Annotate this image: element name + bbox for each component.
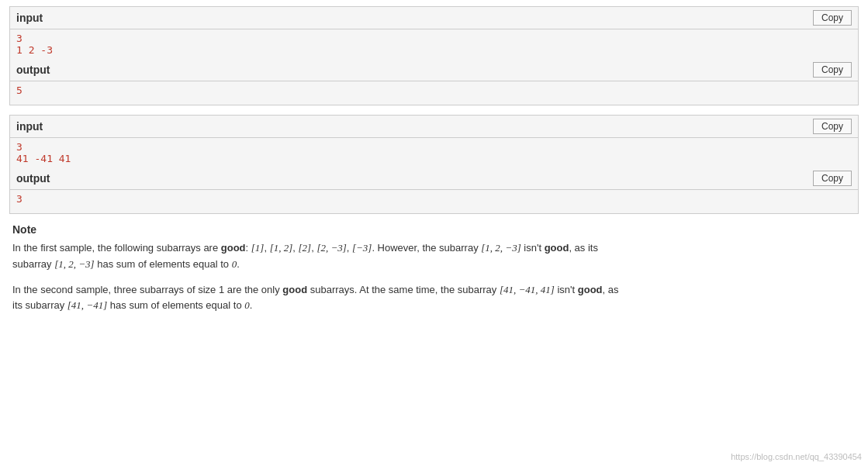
note-title: Note — [12, 223, 856, 236]
note-para1-sep4: , — [347, 242, 352, 254]
copy-input-2-button[interactable]: Copy — [813, 119, 852, 134]
output-value-1: 5 — [16, 85, 852, 96]
output-body-1: 5 — [10, 81, 858, 105]
input-value-line1-2: 3 — [16, 141, 852, 153]
note-para2-text1: In the second sample, three subarrays of… — [12, 284, 282, 295]
note-para1-text4: isn't — [521, 242, 545, 254]
output-header-2: output Copy — [10, 167, 858, 190]
output-header-1: output Copy — [10, 59, 858, 81]
note-para1-math5: [−3] — [352, 242, 372, 254]
note-para1-text1: In the first sample, the following subar… — [12, 242, 221, 254]
note-para1-text6: has sum of elements equal to — [95, 258, 232, 270]
note-paragraph-1: In the first sample, the following subar… — [12, 240, 856, 273]
output-value-2: 3 — [16, 193, 852, 205]
copy-output-2-button[interactable]: Copy — [813, 171, 852, 186]
input-value-line2-2: 41 -41 41 — [16, 153, 852, 164]
copy-output-1-button[interactable]: Copy — [813, 62, 852, 78]
input-header-2: input Copy — [10, 116, 858, 138]
copy-input-1-button[interactable]: Copy — [813, 10, 852, 26]
note-section: Note In the first sample, the following … — [9, 223, 859, 314]
note-para2-text5: has sum of elements equal to — [107, 299, 244, 311]
note-para1-math6: [1, 2, −3] — [481, 242, 520, 254]
watermark: https://blog.csdn.net/qq_43390454 — [731, 452, 862, 461]
output-label-1: output — [16, 64, 50, 76]
note-para1-math3: [2] — [299, 242, 312, 254]
note-para2-bold2: good — [578, 284, 603, 295]
input-label-1: input — [16, 12, 43, 24]
input-value-line2-1: 1 2 -3 — [16, 44, 852, 56]
input-body-2: 3 41 -41 41 — [10, 138, 858, 167]
note-para1-sep2: , — [292, 242, 298, 254]
note-para1-text3: . However, the subarray — [372, 242, 481, 254]
note-para1-sep1: , — [264, 242, 269, 254]
output-label-2: output — [16, 172, 50, 185]
input-header-1: input Copy — [10, 7, 858, 29]
note-para1-text7: . — [237, 258, 240, 270]
note-para1-math4: [2, −3] — [316, 242, 346, 254]
note-para2-text6: . — [250, 299, 253, 311]
input-body-1: 3 1 2 -3 — [10, 29, 858, 59]
input-label-2: input — [16, 120, 43, 133]
note-para1-math2: [1, 2] — [270, 242, 293, 254]
note-para1-bold1: good — [221, 242, 246, 254]
note-para2-text2: subarrays. At the same time, the subarra… — [307, 284, 500, 295]
sample-block-1: input Copy 3 1 2 -3 output Copy 5 — [9, 6, 859, 105]
note-para2-math2: [41, −41] — [67, 299, 107, 311]
input-value-line1-1: 3 — [16, 33, 852, 44]
note-paragraph-2: In the second sample, three subarrays of… — [12, 282, 856, 315]
note-para1-math1: [1] — [251, 242, 265, 254]
note-para1-math7: [1, 2, −3] — [54, 258, 94, 270]
output-body-2: 3 — [10, 190, 858, 213]
note-para2-bold1: good — [282, 284, 307, 295]
sample-block-2: input Copy 3 41 -41 41 output Copy 3 — [9, 115, 859, 214]
note-para2-math1: [41, −41, 41] — [500, 284, 555, 295]
note-para1-text2: : — [246, 242, 251, 254]
note-para2-text3: isn't — [555, 284, 578, 295]
note-para1-bold2: good — [545, 242, 569, 254]
